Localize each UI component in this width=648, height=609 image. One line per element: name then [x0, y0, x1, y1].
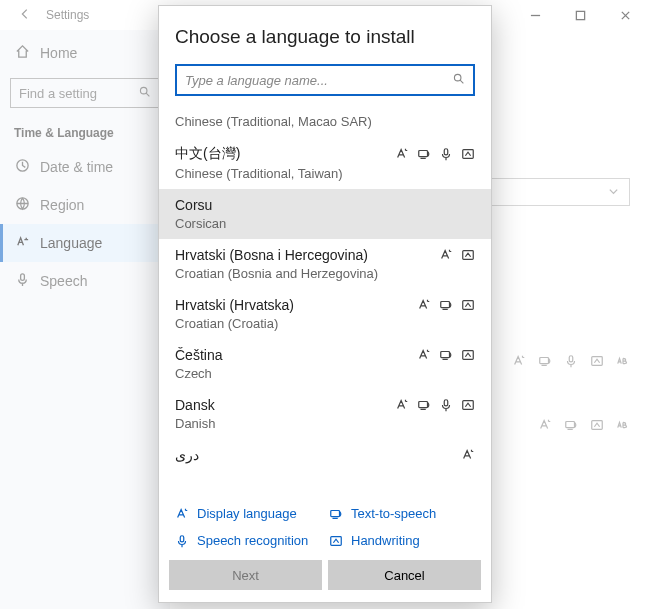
language-item[interactable]: Hrvatski (Bosna i Hercegovina)Croatian (… — [159, 239, 491, 289]
sidebar-item-label: Region — [40, 197, 84, 213]
sidebar-item-datetime[interactable]: Date & time — [0, 148, 170, 186]
legend-hand: Handwriting — [329, 533, 475, 548]
install-language-dialog: Choose a language to install Chinese (Tr… — [158, 5, 492, 603]
globe-icon — [14, 196, 30, 214]
language-item[interactable]: 中文(台灣)Chinese (Traditional, Taiwan) — [159, 137, 491, 189]
sidebar-item-label: Language — [40, 235, 102, 251]
language-item[interactable]: Chinese (Traditional, Macao SAR) — [159, 106, 491, 137]
legend-speech: Speech recognition — [175, 533, 321, 548]
search-icon — [452, 72, 465, 88]
language-icon — [14, 234, 30, 252]
legend-tts: Text-to-speech — [329, 506, 475, 521]
sidebar-section-label: Time & Language — [0, 116, 170, 148]
feature-legend: Display language Text-to-speech Speech r… — [159, 498, 491, 560]
language-list[interactable]: Chinese (Traditional, Macao SAR)中文(台灣)Ch… — [159, 106, 491, 498]
sidebar-search-placeholder: Find a setting — [19, 86, 97, 101]
sidebar-item-label: Speech — [40, 273, 87, 289]
sidebar-item-language[interactable]: Language — [0, 224, 170, 262]
dialog-title: Choose a language to install — [159, 6, 491, 58]
legend-display: Display language — [175, 506, 321, 521]
language-item[interactable]: دری — [159, 439, 491, 471]
cancel-button[interactable]: Cancel — [328, 560, 481, 590]
sidebar-search[interactable]: Find a setting — [10, 78, 160, 108]
settings-sidebar: Home Find a setting Time & Language Date… — [0, 30, 170, 609]
language-search-input[interactable] — [175, 64, 475, 96]
sidebar-item-region[interactable]: Region — [0, 186, 170, 224]
language-item[interactable]: Hrvatski (Hrvatska)Croatian (Croatia) — [159, 289, 491, 339]
mic-icon — [14, 272, 30, 290]
clock-icon — [14, 158, 30, 176]
sidebar-item-speech[interactable]: Speech — [0, 262, 170, 300]
language-search-field[interactable] — [185, 73, 452, 88]
chevron-down-icon — [608, 185, 619, 200]
app-title: Settings — [46, 8, 89, 22]
close-button[interactable] — [603, 0, 648, 30]
language-item[interactable]: DanskDanish — [159, 389, 491, 439]
minimize-button[interactable] — [513, 0, 558, 30]
next-button[interactable]: Next — [169, 560, 322, 590]
sidebar-home[interactable]: Home — [0, 36, 170, 70]
search-icon — [138, 85, 151, 101]
language-item[interactable]: CorsuCorsican — [159, 189, 491, 239]
back-icon[interactable] — [18, 7, 32, 24]
language-item[interactable]: ČeštinaCzech — [159, 339, 491, 389]
sidebar-item-label: Date & time — [40, 159, 113, 175]
home-icon — [14, 44, 30, 62]
maximize-button[interactable] — [558, 0, 603, 30]
sidebar-home-label: Home — [40, 45, 77, 61]
